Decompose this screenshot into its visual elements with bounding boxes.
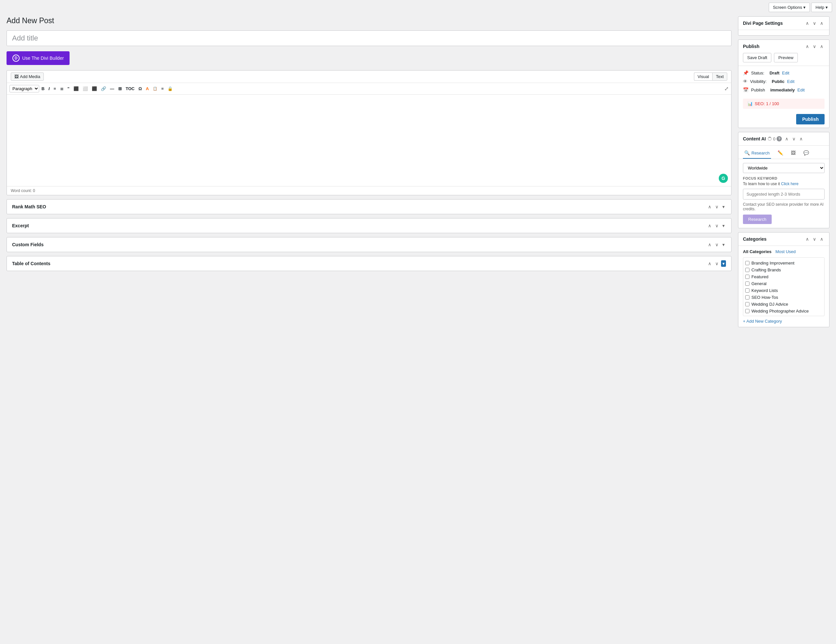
click-here-link[interactable]: Click here: [781, 181, 798, 186]
publish-time-edit-link[interactable]: Edit: [797, 88, 805, 92]
divi-settings-down-button[interactable]: ∨: [812, 20, 817, 26]
list-item: Wedding Photographer Advice: [745, 307, 822, 314]
page-layout: Add New Post D Use The Divi Builder 🖼 Ad…: [0, 0, 836, 334]
rank-math-up-button[interactable]: ∧: [707, 203, 713, 210]
format-button[interactable]: ≡: [160, 85, 166, 92]
rank-math-controls: ∧ ∨ ▾: [707, 203, 726, 210]
color-button[interactable]: A: [144, 85, 150, 92]
toc-button[interactable]: TOC: [124, 85, 136, 92]
visual-tab[interactable]: Visual: [694, 72, 712, 81]
category-checkbox[interactable]: [745, 309, 749, 313]
blockquote-button[interactable]: ": [66, 85, 71, 92]
fullscreen-button[interactable]: ⤢: [724, 85, 728, 92]
save-draft-button[interactable]: Save Draft: [743, 53, 771, 62]
status-edit-link[interactable]: Edit: [782, 70, 789, 75]
paste-button[interactable]: 📋: [151, 85, 159, 92]
text-tab[interactable]: Text: [712, 72, 727, 81]
category-checkbox[interactable]: [745, 302, 749, 306]
excerpt-toggle-button[interactable]: ▾: [721, 222, 726, 229]
worldwide-select[interactable]: Worldwide: [743, 163, 825, 173]
add-new-category-link[interactable]: + Add New Category: [743, 319, 782, 324]
visibility-label: Visibility:: [750, 79, 766, 84]
category-checkbox[interactable]: [745, 281, 749, 286]
most-used-tab[interactable]: Most Used: [775, 249, 795, 254]
custom-fields-up-button[interactable]: ∧: [707, 241, 713, 248]
categories-up-button[interactable]: ∧: [804, 236, 810, 242]
custom-fields-down-button[interactable]: ∨: [714, 241, 720, 248]
screen-options-button[interactable]: Screen Options ▾: [769, 3, 810, 12]
research-icon: 🔍: [744, 150, 750, 155]
italic-button[interactable]: I: [47, 85, 51, 92]
grammarly-button[interactable]: G: [719, 174, 728, 183]
excerpt-up-button[interactable]: ∧: [707, 222, 713, 229]
rank-math-seo-header[interactable]: Rank Math SEO ∧ ∨ ▾: [7, 199, 731, 214]
category-checkbox[interactable]: [745, 268, 749, 272]
table-of-contents-header[interactable]: Table of Contents ∧ ∨ ▾: [7, 257, 731, 271]
top-bar: Screen Options ▾ Help ▾: [765, 0, 836, 15]
ai-tab-chat[interactable]: 💬: [802, 148, 810, 159]
content-ai-toggle-button[interactable]: ∧: [798, 136, 804, 142]
editor-toolbar: Paragraph B I ≡ ≣ " ⬛ ⬜ ⬛ 🔗 — ⊞ TOC Ω A …: [7, 83, 731, 95]
toc-down-button[interactable]: ∨: [714, 260, 720, 267]
research-button[interactable]: Research: [743, 214, 772, 224]
ai-tab-research[interactable]: 🔍 Research: [743, 148, 771, 159]
visibility-edit-link[interactable]: Edit: [787, 79, 794, 84]
custom-fields-toggle-button[interactable]: ▾: [721, 241, 726, 248]
excerpt-down-button[interactable]: ∨: [714, 222, 720, 229]
rank-math-toggle-button[interactable]: ▾: [721, 203, 726, 210]
lock-button[interactable]: 🔒: [166, 85, 175, 92]
align-left-button[interactable]: ⬛: [72, 85, 80, 92]
preview-button[interactable]: Preview: [774, 53, 797, 62]
seo-bar: 📊 SEO: 1 / 100: [743, 99, 825, 109]
ai-spinner: [768, 137, 772, 141]
paragraph-select[interactable]: Paragraph: [10, 85, 39, 92]
excerpt-header[interactable]: Excerpt ∧ ∨ ▾: [7, 219, 731, 233]
categories-list: Branding ImprovementCrafting BrandsFeatu…: [743, 257, 825, 316]
publish-down-button[interactable]: ∨: [812, 43, 817, 50]
editor-content[interactable]: G: [7, 95, 731, 186]
category-checkbox[interactable]: [745, 288, 749, 293]
word-count: Word count: 0: [7, 186, 731, 195]
ai-tab-write[interactable]: ✏️: [776, 148, 784, 159]
add-media-label: Add Media: [20, 74, 40, 79]
divi-settings-up-button[interactable]: ∧: [804, 20, 810, 26]
align-center-button[interactable]: ⬜: [81, 85, 90, 92]
focus-keyword-input[interactable]: [743, 189, 825, 199]
custom-fields-header[interactable]: Custom Fields ∧ ∨ ▾: [7, 237, 731, 252]
publish-up-button[interactable]: ∧: [804, 43, 810, 50]
visual-text-tabs: Visual Text: [694, 72, 727, 81]
toc-toggle-button[interactable]: ▾: [721, 260, 726, 267]
post-title-input[interactable]: [7, 30, 732, 46]
add-media-icon: 🖼: [15, 74, 19, 79]
ai-tab-image[interactable]: 🖼: [790, 148, 797, 159]
more-link-button[interactable]: —: [108, 85, 116, 92]
content-ai-up-button[interactable]: ∧: [784, 136, 790, 142]
category-checkbox[interactable]: [745, 295, 749, 299]
ordered-list-button[interactable]: ≣: [59, 85, 65, 92]
content-ai-down-button[interactable]: ∨: [791, 136, 797, 142]
divi-settings-toggle-button[interactable]: ∧: [819, 20, 825, 26]
toc-controls: ∧ ∨ ▾: [707, 260, 726, 267]
unordered-list-button[interactable]: ≡: [52, 85, 58, 92]
all-categories-tab[interactable]: All Categories: [743, 249, 771, 254]
categories-toggle-button[interactable]: ∧: [819, 236, 825, 242]
publish-button[interactable]: Publish: [796, 114, 825, 124]
category-checkbox[interactable]: [745, 261, 749, 265]
rank-math-down-button[interactable]: ∨: [714, 203, 720, 210]
align-right-button[interactable]: ⬛: [90, 85, 99, 92]
toc-up-button[interactable]: ∧: [707, 260, 713, 267]
publish-toggle-button[interactable]: ∧: [819, 43, 825, 50]
category-checkbox[interactable]: [745, 275, 749, 279]
table-button[interactable]: ⊞: [117, 85, 123, 92]
divi-builder-button[interactable]: D Use The Divi Builder: [7, 51, 70, 65]
categories-down-button[interactable]: ∨: [812, 236, 817, 242]
publish-time-row: 📅 Publish immediately Edit: [743, 85, 825, 94]
link-button[interactable]: 🔗: [99, 85, 108, 92]
bold-button[interactable]: B: [40, 85, 46, 92]
category-label: Wedding DJ Advice: [751, 302, 788, 307]
help-button[interactable]: Help ▾: [811, 3, 832, 12]
help-icon: [777, 136, 782, 141]
add-media-button[interactable]: 🖼 Add Media: [11, 72, 44, 81]
special-chars-button[interactable]: Ω: [137, 85, 144, 92]
custom-fields-title: Custom Fields: [12, 242, 43, 247]
